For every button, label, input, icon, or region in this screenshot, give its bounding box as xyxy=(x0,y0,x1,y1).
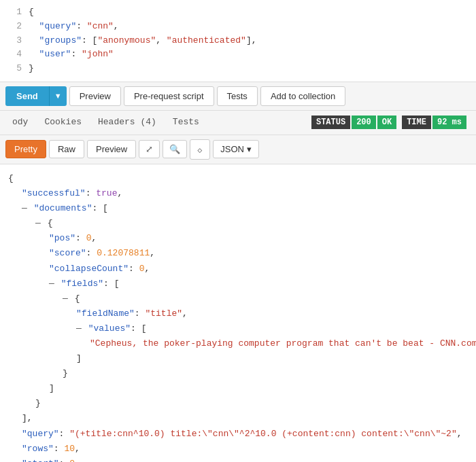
add-to-collection-button[interactable]: Add to collection xyxy=(260,86,345,106)
send-dropdown-button[interactable]: ▼ xyxy=(49,86,67,106)
tab-body[interactable]: ody xyxy=(4,111,36,135)
tab-tests[interactable]: Tests xyxy=(165,111,207,135)
time-label: TIME xyxy=(402,116,431,129)
send-button[interactable]: Send xyxy=(5,86,49,106)
json-label: JSON xyxy=(220,144,244,154)
format-toolbar: Pretty Raw Preview ⤢ 🔍 ⬦ JSON ▾ xyxy=(0,135,476,164)
preview-format-button[interactable]: Preview xyxy=(87,140,136,158)
status-code: 200 xyxy=(352,116,376,129)
pretty-button[interactable]: Pretty xyxy=(5,140,46,158)
response-tabs-bar: ody Cookies Headers (4) Tests STATUS200O… xyxy=(0,111,476,135)
status-text: OK xyxy=(377,116,396,129)
dropdown-arrow-icon: ▾ xyxy=(247,144,252,154)
tests-button[interactable]: Tests xyxy=(217,86,258,106)
preview-button[interactable]: Preview xyxy=(69,86,121,106)
status-badges: STATUS200OK TIME92 ms xyxy=(311,116,472,129)
time-value: 92 ms xyxy=(432,116,466,129)
status-label: STATUS xyxy=(311,116,350,129)
expand-button[interactable]: ⤢ xyxy=(139,140,160,158)
request-toolbar: Send ▼ Preview Pre-request script Tests … xyxy=(0,82,476,111)
search-button[interactable]: 🔍 xyxy=(163,140,187,158)
raw-button[interactable]: Raw xyxy=(49,140,84,158)
tab-cookies[interactable]: Cookies xyxy=(36,111,90,135)
request-body-editor[interactable]: 1{ 2 "query": "cnn", 3 "groups": ["anony… xyxy=(0,0,476,82)
tab-headers[interactable]: Headers (4) xyxy=(90,111,165,135)
pre-request-script-button[interactable]: Pre-request script xyxy=(124,86,214,106)
send-button-group: Send ▼ xyxy=(5,86,67,106)
response-body: { "successful": true, — "documents": [ —… xyxy=(0,164,476,462)
json-dropdown-button[interactable]: JSON ▾ xyxy=(213,140,259,158)
filter-button[interactable]: ⬦ xyxy=(190,139,210,160)
